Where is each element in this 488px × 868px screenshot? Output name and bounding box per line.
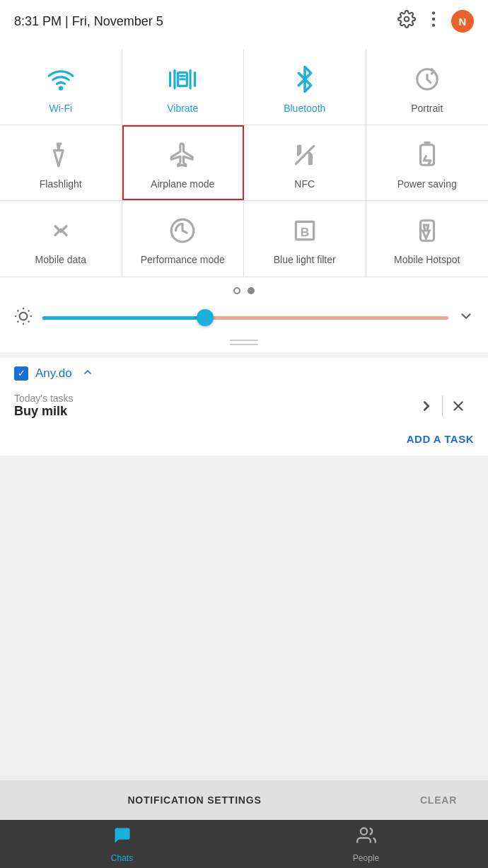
- svg-point-30: [360, 828, 366, 834]
- anydo-task-text: Today's tasks Buy milk: [14, 393, 74, 419]
- drag-handle[interactable]: [0, 335, 488, 352]
- qs-item-portrait[interactable]: Portrait: [366, 50, 489, 125]
- airplane-icon: [165, 138, 199, 172]
- anydo-task-row: Today's tasks Buy milk: [0, 386, 488, 426]
- qs-row-2: Flashlight Airplane mode NFC: [0, 125, 488, 201]
- svg-point-0: [405, 17, 409, 22]
- brightness-icon: [14, 307, 33, 330]
- anydo-header: ✓ Any.do: [0, 358, 488, 386]
- svg-line-26: [18, 320, 19, 322]
- pagination-dot-2[interactable]: [248, 287, 255, 294]
- nfc-icon: [288, 138, 322, 172]
- brightness-row: [0, 301, 488, 335]
- chats-icon: [112, 826, 132, 850]
- mobiledata-icon: [44, 214, 78, 248]
- wifi-label: Wi-Fi: [49, 102, 72, 115]
- anydo-collapse-icon[interactable]: [82, 366, 93, 381]
- status-time: 8:31 PM | Fri, November 5: [14, 14, 163, 29]
- svg-point-3: [432, 24, 435, 27]
- hotspot-label: Mobile Hotspot: [394, 253, 460, 266]
- pagination-dots: [0, 277, 488, 301]
- powersaving-icon: [410, 138, 444, 172]
- anydo-task-main: Buy milk: [14, 404, 74, 419]
- bottom-navigation: Chats People: [0, 820, 488, 868]
- notification-bottom-bar: NOTIFICATION SETTINGS CLEAR: [0, 780, 488, 820]
- svg-rect-13: [420, 145, 434, 166]
- qs-row-1: Wi-Fi Vibrate Bluetooth: [0, 50, 488, 125]
- performance-icon: [165, 214, 199, 248]
- bluetooth-icon: [288, 62, 322, 96]
- svg-point-19: [20, 312, 28, 320]
- anydo-task-sub: Today's tasks: [14, 393, 74, 404]
- settings-icon[interactable]: [397, 10, 416, 33]
- qs-item-nfc[interactable]: NFC: [244, 125, 366, 200]
- powersaving-label: Power saving: [397, 178, 457, 190]
- qs-item-hotspot[interactable]: Mobile Hotspot: [366, 201, 489, 276]
- notification-settings-button[interactable]: NOTIFICATION SETTINGS: [0, 780, 389, 820]
- svg-text:B: B: [300, 225, 309, 239]
- bluelight-icon: B: [288, 214, 322, 248]
- qs-item-vibrate[interactable]: Vibrate: [122, 50, 245, 125]
- anydo-add-task-row[interactable]: ADD A TASK: [0, 426, 488, 456]
- qs-item-bluetooth[interactable]: Bluetooth: [244, 50, 366, 125]
- anydo-task-actions: [411, 390, 474, 422]
- bluelight-label: Blue light filter: [274, 253, 336, 266]
- qs-item-flashlight[interactable]: Flashlight: [0, 125, 122, 200]
- qs-item-wifi[interactable]: Wi-Fi: [0, 50, 122, 125]
- svg-point-2: [432, 18, 435, 21]
- clear-notifications-button[interactable]: CLEAR: [389, 780, 488, 820]
- qs-item-airplane[interactable]: Airplane mode: [122, 125, 245, 200]
- qs-item-powersaving[interactable]: Power saving: [366, 125, 489, 200]
- qs-item-mobiledata[interactable]: Mobile data: [0, 201, 122, 276]
- status-icons: N: [397, 10, 474, 33]
- vibrate-label: Vibrate: [167, 102, 198, 115]
- wifi-icon: [44, 62, 78, 96]
- slider-track: [42, 316, 448, 320]
- hotspot-icon: [410, 214, 444, 248]
- people-icon: [356, 826, 376, 850]
- brightness-slider[interactable]: [42, 316, 448, 320]
- notification-area: ✓ Any.do Today's tasks Buy milk: [0, 358, 488, 456]
- add-task-button[interactable]: ADD A TASK: [407, 433, 474, 445]
- qs-item-bluelight[interactable]: B Blue light filter: [244, 201, 366, 276]
- performance-label: Performance mode: [141, 253, 225, 266]
- bluetooth-label: Bluetooth: [284, 102, 325, 115]
- task-dismiss-button[interactable]: [443, 390, 474, 422]
- task-complete-button[interactable]: [411, 390, 442, 422]
- chats-nav-label: Chats: [111, 853, 133, 863]
- airplane-label: Airplane mode: [151, 178, 214, 190]
- anydo-checkbox[interactable]: ✓: [14, 366, 28, 381]
- portrait-label: Portrait: [411, 102, 443, 115]
- vibrate-icon: [165, 62, 199, 96]
- svg-line-27: [28, 310, 30, 311]
- svg-point-4: [59, 87, 62, 89]
- flashlight-icon: [44, 138, 78, 172]
- nav-item-chats[interactable]: Chats: [0, 826, 244, 863]
- anydo-notification-card: ✓ Any.do Today's tasks Buy milk: [0, 358, 488, 456]
- svg-line-22: [18, 310, 19, 311]
- portrait-icon: [410, 62, 444, 96]
- people-nav-label: People: [353, 853, 379, 863]
- pagination-dot-1[interactable]: [233, 287, 240, 294]
- anydo-app-name: Any.do: [35, 366, 72, 381]
- slider-fill: [42, 316, 205, 320]
- nav-item-people[interactable]: People: [244, 826, 488, 863]
- flashlight-label: Flashlight: [40, 178, 82, 190]
- nfc-label: NFC: [294, 178, 315, 190]
- slider-thumb[interactable]: [197, 309, 214, 326]
- qs-item-performance[interactable]: Performance mode: [122, 201, 245, 276]
- qs-row-3: Mobile data Performance mode B Blue ligh: [0, 201, 488, 277]
- mobiledata-label: Mobile data: [35, 253, 86, 266]
- svg-line-23: [28, 320, 30, 322]
- chevron-down-icon[interactable]: [458, 308, 474, 328]
- more-options-icon[interactable]: [426, 10, 441, 33]
- status-bar: 8:31 PM | Fri, November 5 N: [0, 0, 488, 42]
- svg-point-1: [432, 11, 435, 14]
- checkbox-check-icon: ✓: [18, 368, 25, 378]
- avatar: N: [451, 10, 474, 33]
- quick-settings-panel: Wi-Fi Vibrate Bluetooth: [0, 42, 488, 352]
